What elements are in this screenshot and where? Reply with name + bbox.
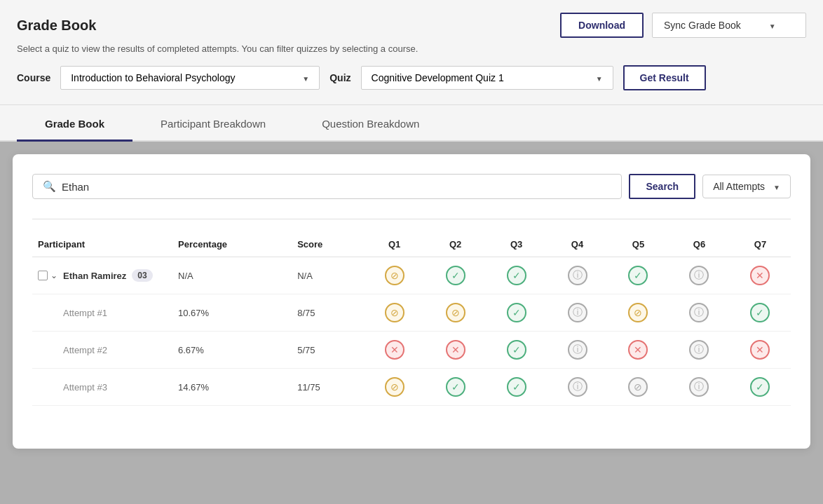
top-header: Grade Book Download Sync Grade Book	[17, 13, 806, 38]
get-result-button[interactable]: Get Result	[623, 65, 706, 90]
attempt-2-q7-icon: ✕	[750, 340, 770, 360]
sync-chevron-icon	[769, 20, 776, 31]
main-content: 🔍 Search All Attempts Participant Percen…	[13, 154, 810, 449]
attempt-3-q2-icon: ✓	[446, 377, 465, 397]
attempt-q4: ⓘ	[547, 294, 608, 332]
col-q3: Q3	[486, 232, 547, 257]
attempt-q3: ✓	[486, 332, 547, 369]
top-panel: Grade Book Download Sync Grade Book Sele…	[0, 0, 823, 105]
attempt-q2: ✕	[425, 332, 486, 369]
download-button[interactable]: Download	[560, 13, 644, 38]
participant-score: N/A	[292, 257, 364, 294]
attempt-score: 8/75	[292, 294, 364, 332]
participant-q3-icon: ✓	[507, 266, 526, 285]
course-label: Course	[17, 72, 50, 83]
subtitle-text: Select a quiz to view the results of com…	[17, 43, 806, 54]
attempts-dropdown[interactable]: All Attempts	[702, 175, 791, 198]
attempt-label: Attempt #3	[38, 382, 107, 393]
sync-dropdown[interactable]: Sync Grade Book	[652, 13, 806, 38]
participant-checkbox[interactable]	[38, 271, 48, 280]
attempt-q6: ⓘ	[669, 369, 730, 406]
attempt-3-q7-icon: ✓	[750, 377, 770, 397]
col-q5: Q5	[608, 232, 669, 257]
attempt-q4: ⓘ	[547, 369, 608, 406]
attempt-q7: ✓	[730, 294, 791, 332]
participant-q5-icon: ✓	[628, 266, 648, 285]
participant-q7-icon: ✕	[750, 266, 770, 285]
course-select[interactable]: Introduction to Behavioral Psychology	[60, 66, 320, 90]
tab-grade-book[interactable]: Grade Book	[17, 107, 132, 142]
attempt-q1: ✕	[364, 332, 425, 369]
attempt-3-q6-icon: ⓘ	[689, 377, 709, 397]
attempt-label: Attempt #2	[38, 345, 107, 355]
top-actions: Download Sync Grade Book	[560, 13, 806, 38]
filter-row: Course Introduction to Behavioral Psycho…	[17, 65, 806, 90]
table-row: Attempt #3 14.67% 11/75 ⊘✓✓ⓘ⊘ⓘ✓	[32, 369, 791, 406]
attempt-1-q2-icon: ⊘	[446, 303, 465, 322]
col-q4: Q4	[547, 232, 608, 257]
participant-q6-icon: ⓘ	[689, 266, 709, 285]
attempt-q3: ✓	[486, 294, 547, 332]
attempt-q5: ⊘	[608, 294, 669, 332]
attempt-1-q1-icon: ⊘	[385, 303, 404, 322]
col-q1: Q1	[364, 232, 425, 257]
attempt-q6: ⓘ	[669, 294, 730, 332]
attempt-3-q5-icon: ⊘	[628, 377, 648, 397]
attempt-2-q6-icon: ⓘ	[689, 340, 709, 360]
attempt-score: 5/75	[292, 332, 364, 369]
attempt-cell: Attempt #1	[32, 294, 172, 332]
table-row: Attempt #2 6.67% 5/75 ✕✕✓ⓘ✕ⓘ✕	[32, 332, 791, 369]
attempt-cell: Attempt #3	[32, 369, 172, 406]
tab-question-breakdown[interactable]: Question Breakdown	[294, 107, 447, 142]
attempt-1-q5-icon: ⊘	[628, 303, 648, 322]
col-q6: Q6	[669, 232, 730, 257]
quiz-label: Quiz	[329, 72, 351, 83]
col-participant: Participant	[32, 232, 172, 257]
participant-q3: ✓	[486, 257, 547, 294]
participant-q1: ⊘	[364, 257, 425, 294]
attempt-label: Attempt #1	[38, 308, 107, 318]
col-q7: Q7	[730, 232, 791, 257]
col-score: Score	[292, 232, 364, 257]
attempts-chevron-icon	[773, 181, 780, 192]
attempt-score: 11/75	[292, 369, 364, 406]
participant-q7: ✕	[730, 257, 791, 294]
attempt-1-q7-icon: ✓	[750, 303, 770, 322]
attempt-q1: ⊘	[364, 369, 425, 406]
search-icon: 🔍	[43, 180, 56, 193]
attempt-1-q6-icon: ⓘ	[689, 303, 709, 322]
attempt-2-q3-icon: ✓	[507, 340, 526, 360]
participant-q6: ⓘ	[669, 257, 730, 294]
attempt-1-q4-icon: ⓘ	[568, 303, 587, 322]
attempt-q2: ✓	[425, 369, 486, 406]
participant-cell: ⌄ Ethan Ramirez 03	[32, 257, 172, 294]
attempt-q3: ✓	[486, 369, 547, 406]
search-input[interactable]	[62, 181, 611, 193]
attempt-percentage: 10.67%	[172, 294, 292, 332]
checkbox-wrap[interactable]: ⌄	[38, 271, 57, 280]
sync-label: Sync Grade Book	[664, 20, 741, 31]
search-input-wrap[interactable]: 🔍	[32, 174, 622, 199]
attempts-label: All Attempts	[713, 181, 765, 192]
quiz-chevron-icon	[596, 72, 603, 83]
participant-q2: ✓	[425, 257, 486, 294]
tab-participant-breakdown[interactable]: Participant Breakdown	[132, 107, 294, 142]
attempt-q7: ✕	[730, 332, 791, 369]
expand-arrow-icon[interactable]: ⌄	[50, 271, 57, 280]
page-title: Grade Book	[17, 18, 96, 34]
attempt-percentage: 14.67%	[172, 369, 292, 406]
attempt-q4: ⓘ	[547, 332, 608, 369]
search-button[interactable]: Search	[629, 174, 695, 199]
participant-q2-icon: ✓	[446, 266, 465, 285]
attempt-2-q2-icon: ✕	[446, 340, 465, 360]
participant-q4: ⓘ	[547, 257, 608, 294]
quiz-select[interactable]: Cognitive Development Quiz 1	[361, 66, 613, 90]
participant-q5: ✓	[608, 257, 669, 294]
table-row: Attempt #1 10.67% 8/75 ⊘⊘✓ⓘ⊘ⓘ✓	[32, 294, 791, 332]
attempt-count-badge: 03	[132, 269, 152, 282]
attempt-q7: ✓	[730, 369, 791, 406]
course-value: Introduction to Behavioral Psychology	[71, 72, 235, 83]
attempt-q6: ⓘ	[669, 332, 730, 369]
table-header-row: Participant Percentage Score Q1 Q2 Q3 Q4…	[32, 232, 791, 257]
attempt-percentage: 6.67%	[172, 332, 292, 369]
